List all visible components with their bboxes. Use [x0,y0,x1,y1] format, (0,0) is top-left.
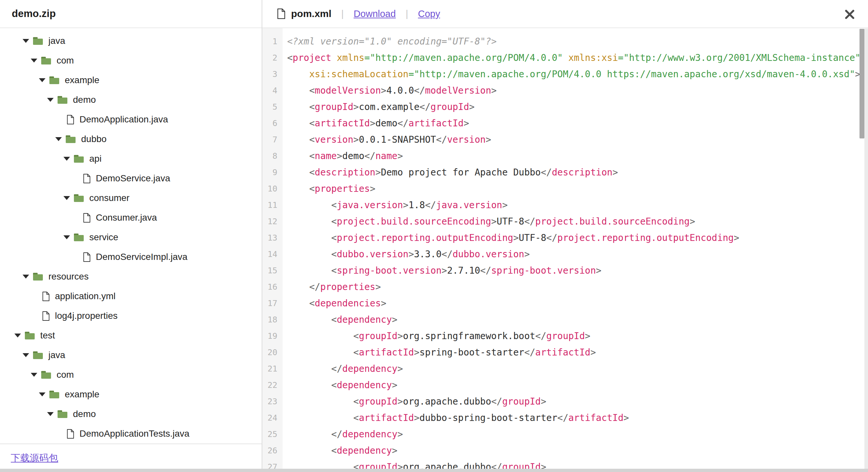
code-line: <dubbo.version>3.3.0</dubbo.version> [287,246,868,263]
vertical-scrollbar-thumb[interactable] [860,29,864,139]
line-number: 4 [262,83,283,99]
caret-down-icon[interactable] [14,333,24,337]
code-line: </dependency> [287,361,868,377]
caret-down-icon[interactable] [23,275,32,278]
close-icon [844,8,856,20]
code-line: <artifactId>spring-boot-starter</artifac… [287,344,868,361]
code-line: <properties> [287,181,868,197]
tree-row-test[interactable]: test [0,326,261,345]
viewer-header: pom.xml | Download | Copy [262,0,868,28]
tree-row-api[interactable]: api [0,149,261,169]
tree-row-demoapplication-java[interactable]: DemoApplication.java [0,110,261,129]
vertical-scrollbar-track[interactable] [864,28,868,472]
line-number: 18 [262,312,283,328]
file-viewer-window: demo.zip java com example demo DemoAppli… [0,0,868,472]
line-number: 1 [262,33,283,50]
line-number: 8 [262,148,283,164]
code-line: <groupId>com.example</groupId> [287,99,868,115]
copy-file-link[interactable]: Copy [418,8,440,19]
code-line: <project.build.sourceEncoding>UTF-8</pro… [287,213,868,230]
line-number: 3 [262,66,283,83]
tree-row-demo[interactable]: demo [0,404,261,424]
folder-icon [49,390,60,399]
tree-row-log4j-properties[interactable]: log4j.properties [0,306,261,326]
tree-row-demoserviceimpl-java[interactable]: DemoServiceImpl.java [0,247,261,267]
tree-row-demoapplicationtests-java[interactable]: DemoApplicationTests.java [0,424,261,444]
tree-row-application-yml[interactable]: application.yml [0,287,261,306]
tree-row-dubbo[interactable]: dubbo [0,129,261,149]
folder-icon [49,76,60,85]
line-number: 17 [262,295,283,312]
code-line: </properties> [287,279,868,295]
code-content: <?xml version="1.0" encoding="UTF-8"?><p… [283,28,868,472]
tree-row-demoservice-java[interactable]: DemoService.java [0,169,261,188]
code-line: <dependency> [287,312,868,328]
download-source-package-link[interactable]: 下载源码包 [11,452,58,465]
folder-icon [73,154,84,163]
sidebar-footer: 下载源码包 [0,444,261,472]
tree-item-label: Consumer.java [96,212,157,223]
line-number: 14 [262,246,283,263]
tree-item-label: dubbo [81,134,106,144]
code-line: xsi:schemaLocation="http://maven.apache.… [287,66,868,83]
code-line: <groupId>org.apache.dubbo</groupId> [287,393,868,410]
tree-row-com[interactable]: com [0,51,261,70]
code-line: <project xmlns="http://maven.apache.org/… [287,50,868,66]
code-line: <project.reporting.outputEncoding>UTF-8<… [287,230,868,246]
tree-row-java[interactable]: java [0,31,261,51]
file-icon [83,213,91,223]
tree-item-label: demo [73,95,96,105]
file-icon [83,174,91,184]
tree-item-label: DemoApplication.java [80,114,168,125]
tree-row-example[interactable]: example [0,70,261,90]
code-line: <modelVersion>4.0.0</modelVersion> [287,83,868,99]
caret-down-icon[interactable] [31,59,40,62]
folder-icon [73,233,84,242]
code-line: <dependencies> [287,295,868,312]
tree-row-example[interactable]: example [0,385,261,404]
tree-item-label: demo [73,409,96,419]
tree-row-service[interactable]: service [0,228,261,247]
line-number: 26 [262,443,283,459]
line-number: 24 [262,410,283,426]
close-button[interactable] [842,7,857,22]
tree-row-resources[interactable]: resources [0,267,261,287]
caret-down-icon[interactable] [47,412,57,416]
tree-row-consumer[interactable]: consumer [0,188,261,208]
caret-down-icon[interactable] [31,373,40,377]
download-file-link[interactable]: Download [353,8,396,19]
tree-row-consumer-java[interactable]: Consumer.java [0,208,261,228]
caret-down-icon[interactable] [63,235,73,239]
code-line: <dependency> [287,377,868,393]
tree-item-label: example [65,389,99,400]
file-icon [42,311,50,321]
line-number: 16 [262,279,283,295]
file-icon [42,291,50,301]
tree-row-demo[interactable]: demo [0,90,261,110]
tree-row-com[interactable]: com [0,365,261,385]
tree-item-label: api [89,153,101,164]
caret-down-icon[interactable] [63,196,73,200]
file-icon [83,252,91,262]
caret-down-icon[interactable] [39,78,49,82]
caret-down-icon[interactable] [63,157,73,161]
line-number: 21 [262,361,283,377]
line-number: 6 [262,115,283,131]
line-number: 25 [262,426,283,443]
tree-item-label: java [49,350,65,360]
caret-down-icon[interactable] [23,353,32,357]
caret-down-icon[interactable] [47,98,57,102]
tree-item-label: java [49,36,65,46]
code-line: <dependency> [287,443,868,459]
tree-item-label: DemoService.java [96,173,170,184]
tree-row-java[interactable]: java [0,345,261,365]
caret-down-icon[interactable] [23,39,32,43]
tree-item-label: DemoServiceImpl.java [96,252,187,262]
line-number: 23 [262,393,283,410]
code-line: <version>0.0.1-SNAPSHOT</version> [287,131,868,148]
caret-down-icon[interactable] [39,392,49,396]
horizontal-scrollbar[interactable] [0,469,868,472]
caret-down-icon[interactable] [55,137,65,141]
folder-icon [32,351,43,360]
tree-item-label: com [57,370,74,380]
